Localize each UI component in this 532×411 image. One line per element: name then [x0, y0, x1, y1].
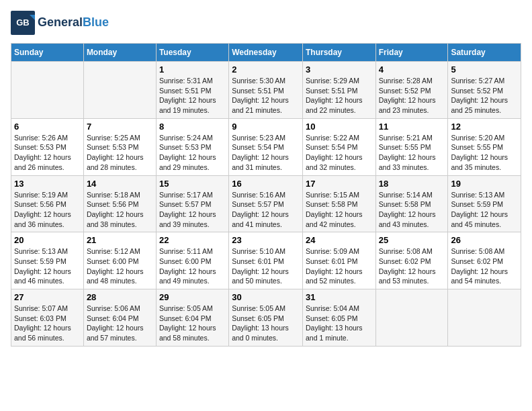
- calendar-cell: [83, 62, 156, 119]
- day-info: Sunrise: 5:16 AM Sunset: 5:57 PM Dayligh…: [232, 190, 300, 230]
- header-monday: Monday: [83, 44, 156, 62]
- calendar-cell: 15Sunrise: 5:17 AM Sunset: 5:57 PM Dayli…: [156, 175, 228, 232]
- day-number: 26: [451, 235, 518, 245]
- calendar-cell: 8Sunrise: 5:24 AM Sunset: 5:53 PM Daylig…: [156, 118, 228, 175]
- day-number: 19: [451, 179, 518, 189]
- header-saturday: Saturday: [448, 44, 521, 62]
- calendar-cell: 12Sunrise: 5:20 AM Sunset: 5:55 PM Dayli…: [448, 118, 521, 175]
- day-info: Sunrise: 5:09 AM Sunset: 6:01 PM Dayligh…: [306, 246, 373, 286]
- calendar-cell: 17Sunrise: 5:15 AM Sunset: 5:58 PM Dayli…: [302, 175, 375, 232]
- day-number: 25: [379, 235, 445, 245]
- day-number: 12: [451, 122, 518, 132]
- day-number: 7: [87, 122, 153, 132]
- logo: GB GeneralBlue: [11, 11, 109, 35]
- day-number: 11: [379, 122, 445, 132]
- calendar-cell: 31Sunrise: 5:04 AM Sunset: 6:05 PM Dayli…: [302, 289, 375, 347]
- calendar-cell: 14Sunrise: 5:18 AM Sunset: 5:56 PM Dayli…: [83, 175, 156, 232]
- calendar-cell: [11, 62, 84, 119]
- day-number: 14: [87, 179, 153, 189]
- day-info: Sunrise: 5:12 AM Sunset: 6:00 PM Dayligh…: [87, 246, 153, 286]
- calendar-cell: [448, 289, 521, 347]
- calendar-cell: 30Sunrise: 5:05 AM Sunset: 6:05 PM Dayli…: [229, 289, 303, 347]
- day-info: Sunrise: 5:19 AM Sunset: 5:56 PM Dayligh…: [14, 190, 81, 230]
- day-info: Sunrise: 5:05 AM Sunset: 6:05 PM Dayligh…: [232, 304, 300, 343]
- day-number: 31: [306, 292, 373, 302]
- week-row-4: 20Sunrise: 5:13 AM Sunset: 5:59 PM Dayli…: [11, 232, 521, 289]
- day-number: 4: [379, 64, 445, 75]
- calendar-cell: 3Sunrise: 5:29 AM Sunset: 5:51 PM Daylig…: [302, 62, 375, 119]
- day-number: 28: [87, 292, 153, 302]
- day-number: 30: [232, 292, 300, 302]
- day-number: 6: [14, 122, 81, 132]
- logo-icon: GB: [11, 11, 35, 35]
- header-sunday: Sunday: [11, 44, 84, 62]
- day-number: 10: [306, 122, 373, 132]
- calendar-cell: 22Sunrise: 5:11 AM Sunset: 6:00 PM Dayli…: [156, 232, 228, 289]
- day-number: 20: [14, 235, 81, 245]
- day-info: Sunrise: 5:07 AM Sunset: 6:03 PM Dayligh…: [14, 304, 81, 343]
- header-tuesday: Tuesday: [156, 44, 228, 62]
- calendar-cell: 4Sunrise: 5:28 AM Sunset: 5:52 PM Daylig…: [375, 62, 448, 119]
- calendar-cell: [375, 289, 448, 347]
- day-info: Sunrise: 5:24 AM Sunset: 5:53 PM Dayligh…: [159, 133, 226, 173]
- calendar-cell: 27Sunrise: 5:07 AM Sunset: 6:03 PM Dayli…: [11, 289, 84, 347]
- calendar-header-row: SundayMondayTuesdayWednesdayThursdayFrid…: [11, 44, 521, 62]
- day-number: 5: [451, 64, 518, 75]
- calendar-cell: 9Sunrise: 5:23 AM Sunset: 5:54 PM Daylig…: [229, 118, 303, 175]
- day-info: Sunrise: 5:22 AM Sunset: 5:54 PM Dayligh…: [306, 133, 373, 173]
- week-row-1: 1Sunrise: 5:31 AM Sunset: 5:51 PM Daylig…: [11, 62, 521, 119]
- day-number: 9: [232, 122, 300, 132]
- calendar-cell: 13Sunrise: 5:19 AM Sunset: 5:56 PM Dayli…: [11, 175, 84, 232]
- day-number: 22: [159, 235, 226, 245]
- calendar-cell: 1Sunrise: 5:31 AM Sunset: 5:51 PM Daylig…: [156, 62, 228, 119]
- calendar-cell: 6Sunrise: 5:26 AM Sunset: 5:53 PM Daylig…: [11, 118, 84, 175]
- day-info: Sunrise: 5:13 AM Sunset: 5:59 PM Dayligh…: [14, 246, 81, 286]
- calendar-cell: 18Sunrise: 5:14 AM Sunset: 5:58 PM Dayli…: [375, 175, 448, 232]
- calendar-cell: 16Sunrise: 5:16 AM Sunset: 5:57 PM Dayli…: [229, 175, 303, 232]
- header-friday: Friday: [375, 44, 448, 62]
- day-number: 16: [232, 179, 300, 189]
- page-header: GB GeneralBlue: [11, 11, 521, 35]
- day-info: Sunrise: 5:17 AM Sunset: 5:57 PM Dayligh…: [159, 190, 226, 230]
- calendar-cell: 28Sunrise: 5:06 AM Sunset: 6:04 PM Dayli…: [83, 289, 156, 347]
- calendar-cell: 29Sunrise: 5:05 AM Sunset: 6:04 PM Dayli…: [156, 289, 228, 347]
- calendar-cell: 24Sunrise: 5:09 AM Sunset: 6:01 PM Dayli…: [302, 232, 375, 289]
- day-info: Sunrise: 5:06 AM Sunset: 6:04 PM Dayligh…: [87, 304, 153, 343]
- day-info: Sunrise: 5:15 AM Sunset: 5:58 PM Dayligh…: [306, 190, 373, 230]
- logo-text: GeneralBlue: [38, 16, 109, 30]
- week-row-2: 6Sunrise: 5:26 AM Sunset: 5:53 PM Daylig…: [11, 118, 521, 175]
- calendar-cell: 19Sunrise: 5:13 AM Sunset: 5:59 PM Dayli…: [448, 175, 521, 232]
- day-info: Sunrise: 5:30 AM Sunset: 5:51 PM Dayligh…: [232, 76, 300, 116]
- day-info: Sunrise: 5:13 AM Sunset: 5:59 PM Dayligh…: [451, 190, 518, 230]
- calendar-cell: 20Sunrise: 5:13 AM Sunset: 5:59 PM Dayli…: [11, 232, 84, 289]
- calendar-cell: 5Sunrise: 5:27 AM Sunset: 5:52 PM Daylig…: [448, 62, 521, 119]
- day-number: 29: [159, 292, 226, 302]
- day-number: 24: [306, 235, 373, 245]
- day-info: Sunrise: 5:29 AM Sunset: 5:51 PM Dayligh…: [306, 76, 373, 116]
- calendar-table: SundayMondayTuesdayWednesdayThursdayFrid…: [11, 43, 521, 347]
- calendar-cell: 10Sunrise: 5:22 AM Sunset: 5:54 PM Dayli…: [302, 118, 375, 175]
- header-thursday: Thursday: [302, 44, 375, 62]
- day-number: 18: [379, 179, 445, 189]
- calendar-cell: 23Sunrise: 5:10 AM Sunset: 6:01 PM Dayli…: [229, 232, 303, 289]
- calendar-cell: 7Sunrise: 5:25 AM Sunset: 5:53 PM Daylig…: [83, 118, 156, 175]
- day-number: 23: [232, 235, 300, 245]
- day-info: Sunrise: 5:20 AM Sunset: 5:55 PM Dayligh…: [451, 133, 518, 173]
- day-info: Sunrise: 5:21 AM Sunset: 5:55 PM Dayligh…: [379, 133, 445, 173]
- day-info: Sunrise: 5:31 AM Sunset: 5:51 PM Dayligh…: [159, 76, 226, 116]
- header-wednesday: Wednesday: [229, 44, 303, 62]
- day-info: Sunrise: 5:26 AM Sunset: 5:53 PM Dayligh…: [14, 133, 81, 173]
- day-info: Sunrise: 5:05 AM Sunset: 6:04 PM Dayligh…: [159, 304, 226, 343]
- week-row-5: 27Sunrise: 5:07 AM Sunset: 6:03 PM Dayli…: [11, 289, 521, 347]
- day-number: 21: [87, 235, 153, 245]
- day-number: 3: [306, 64, 373, 75]
- calendar-cell: 25Sunrise: 5:08 AM Sunset: 6:02 PM Dayli…: [375, 232, 448, 289]
- day-info: Sunrise: 5:11 AM Sunset: 6:00 PM Dayligh…: [159, 246, 226, 286]
- day-number: 1: [159, 64, 226, 75]
- day-info: Sunrise: 5:23 AM Sunset: 5:54 PM Dayligh…: [232, 133, 300, 173]
- day-number: 13: [14, 179, 81, 189]
- day-info: Sunrise: 5:18 AM Sunset: 5:56 PM Dayligh…: [87, 190, 153, 230]
- day-info: Sunrise: 5:14 AM Sunset: 5:58 PM Dayligh…: [379, 190, 445, 230]
- day-number: 8: [159, 122, 226, 132]
- day-number: 2: [232, 64, 300, 75]
